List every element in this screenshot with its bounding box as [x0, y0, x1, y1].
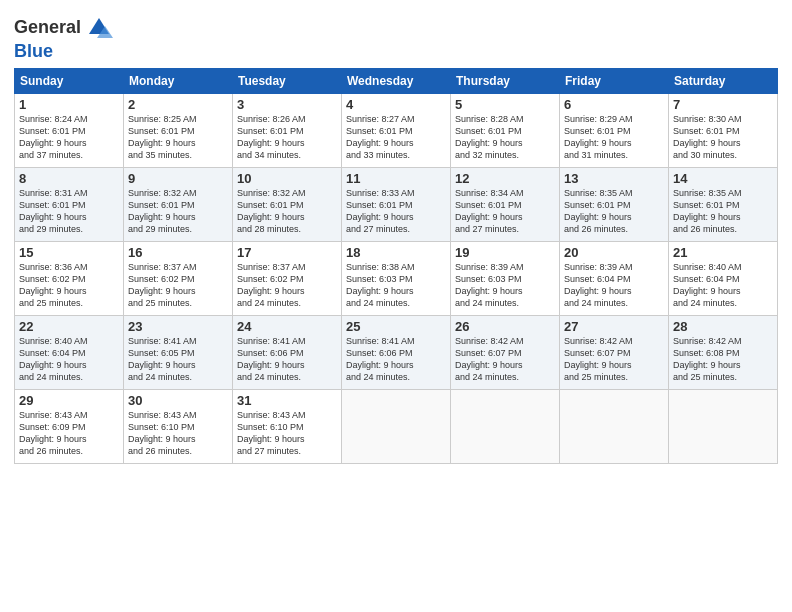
day-cell [342, 389, 451, 463]
day-cell: 23Sunrise: 8:41 AM Sunset: 6:05 PM Dayli… [124, 315, 233, 389]
day-info: Sunrise: 8:24 AM Sunset: 6:01 PM Dayligh… [19, 113, 119, 162]
day-info: Sunrise: 8:38 AM Sunset: 6:03 PM Dayligh… [346, 261, 446, 310]
day-cell: 3Sunrise: 8:26 AM Sunset: 6:01 PM Daylig… [233, 93, 342, 167]
day-cell: 6Sunrise: 8:29 AM Sunset: 6:01 PM Daylig… [560, 93, 669, 167]
day-number: 15 [19, 245, 119, 260]
day-cell: 5Sunrise: 8:28 AM Sunset: 6:01 PM Daylig… [451, 93, 560, 167]
day-number: 12 [455, 171, 555, 186]
day-info: Sunrise: 8:35 AM Sunset: 6:01 PM Dayligh… [564, 187, 664, 236]
day-cell: 8Sunrise: 8:31 AM Sunset: 6:01 PM Daylig… [15, 167, 124, 241]
day-number: 2 [128, 97, 228, 112]
day-cell: 2Sunrise: 8:25 AM Sunset: 6:01 PM Daylig… [124, 93, 233, 167]
day-cell: 7Sunrise: 8:30 AM Sunset: 6:01 PM Daylig… [669, 93, 778, 167]
day-cell: 30Sunrise: 8:43 AM Sunset: 6:10 PM Dayli… [124, 389, 233, 463]
week-row-4: 22Sunrise: 8:40 AM Sunset: 6:04 PM Dayli… [15, 315, 778, 389]
day-info: Sunrise: 8:34 AM Sunset: 6:01 PM Dayligh… [455, 187, 555, 236]
day-info: Sunrise: 8:43 AM Sunset: 6:10 PM Dayligh… [237, 409, 337, 458]
day-number: 16 [128, 245, 228, 260]
day-number: 17 [237, 245, 337, 260]
day-number: 27 [564, 319, 664, 334]
day-info: Sunrise: 8:41 AM Sunset: 6:06 PM Dayligh… [346, 335, 446, 384]
day-cell [669, 389, 778, 463]
day-info: Sunrise: 8:43 AM Sunset: 6:10 PM Dayligh… [128, 409, 228, 458]
logo-text-blue: Blue [14, 41, 53, 61]
day-info: Sunrise: 8:25 AM Sunset: 6:01 PM Dayligh… [128, 113, 228, 162]
day-cell: 21Sunrise: 8:40 AM Sunset: 6:04 PM Dayli… [669, 241, 778, 315]
logo: General Blue [14, 14, 113, 62]
day-info: Sunrise: 8:35 AM Sunset: 6:01 PM Dayligh… [673, 187, 773, 236]
day-number: 29 [19, 393, 119, 408]
day-info: Sunrise: 8:42 AM Sunset: 6:07 PM Dayligh… [455, 335, 555, 384]
day-info: Sunrise: 8:37 AM Sunset: 6:02 PM Dayligh… [237, 261, 337, 310]
day-info: Sunrise: 8:27 AM Sunset: 6:01 PM Dayligh… [346, 113, 446, 162]
day-number: 7 [673, 97, 773, 112]
day-cell: 19Sunrise: 8:39 AM Sunset: 6:03 PM Dayli… [451, 241, 560, 315]
day-number: 6 [564, 97, 664, 112]
day-number: 19 [455, 245, 555, 260]
page: General Blue SundayMondayTuesdayWednesda… [0, 0, 792, 612]
week-row-2: 8Sunrise: 8:31 AM Sunset: 6:01 PM Daylig… [15, 167, 778, 241]
day-number: 11 [346, 171, 446, 186]
day-number: 3 [237, 97, 337, 112]
col-header-monday: Monday [124, 68, 233, 93]
logo-text-general: General [14, 18, 81, 38]
day-number: 24 [237, 319, 337, 334]
day-info: Sunrise: 8:41 AM Sunset: 6:06 PM Dayligh… [237, 335, 337, 384]
col-header-sunday: Sunday [15, 68, 124, 93]
day-number: 14 [673, 171, 773, 186]
day-cell: 9Sunrise: 8:32 AM Sunset: 6:01 PM Daylig… [124, 167, 233, 241]
day-cell: 12Sunrise: 8:34 AM Sunset: 6:01 PM Dayli… [451, 167, 560, 241]
day-info: Sunrise: 8:32 AM Sunset: 6:01 PM Dayligh… [128, 187, 228, 236]
day-cell: 24Sunrise: 8:41 AM Sunset: 6:06 PM Dayli… [233, 315, 342, 389]
col-header-thursday: Thursday [451, 68, 560, 93]
day-cell [451, 389, 560, 463]
week-row-5: 29Sunrise: 8:43 AM Sunset: 6:09 PM Dayli… [15, 389, 778, 463]
day-info: Sunrise: 8:29 AM Sunset: 6:01 PM Dayligh… [564, 113, 664, 162]
logo-icon [85, 14, 113, 42]
day-info: Sunrise: 8:42 AM Sunset: 6:07 PM Dayligh… [564, 335, 664, 384]
header-row: SundayMondayTuesdayWednesdayThursdayFrid… [15, 68, 778, 93]
day-cell [560, 389, 669, 463]
day-cell: 4Sunrise: 8:27 AM Sunset: 6:01 PM Daylig… [342, 93, 451, 167]
day-number: 28 [673, 319, 773, 334]
day-number: 1 [19, 97, 119, 112]
day-number: 5 [455, 97, 555, 112]
day-number: 31 [237, 393, 337, 408]
day-cell: 29Sunrise: 8:43 AM Sunset: 6:09 PM Dayli… [15, 389, 124, 463]
day-cell: 17Sunrise: 8:37 AM Sunset: 6:02 PM Dayli… [233, 241, 342, 315]
day-info: Sunrise: 8:39 AM Sunset: 6:04 PM Dayligh… [564, 261, 664, 310]
day-cell: 10Sunrise: 8:32 AM Sunset: 6:01 PM Dayli… [233, 167, 342, 241]
day-info: Sunrise: 8:42 AM Sunset: 6:08 PM Dayligh… [673, 335, 773, 384]
day-cell: 18Sunrise: 8:38 AM Sunset: 6:03 PM Dayli… [342, 241, 451, 315]
day-number: 26 [455, 319, 555, 334]
day-info: Sunrise: 8:32 AM Sunset: 6:01 PM Dayligh… [237, 187, 337, 236]
day-cell: 26Sunrise: 8:42 AM Sunset: 6:07 PM Dayli… [451, 315, 560, 389]
day-info: Sunrise: 8:36 AM Sunset: 6:02 PM Dayligh… [19, 261, 119, 310]
day-cell: 25Sunrise: 8:41 AM Sunset: 6:06 PM Dayli… [342, 315, 451, 389]
day-info: Sunrise: 8:41 AM Sunset: 6:05 PM Dayligh… [128, 335, 228, 384]
day-number: 25 [346, 319, 446, 334]
day-number: 4 [346, 97, 446, 112]
day-info: Sunrise: 8:26 AM Sunset: 6:01 PM Dayligh… [237, 113, 337, 162]
day-info: Sunrise: 8:33 AM Sunset: 6:01 PM Dayligh… [346, 187, 446, 236]
day-info: Sunrise: 8:40 AM Sunset: 6:04 PM Dayligh… [673, 261, 773, 310]
col-header-tuesday: Tuesday [233, 68, 342, 93]
header: General Blue [14, 10, 778, 62]
day-info: Sunrise: 8:30 AM Sunset: 6:01 PM Dayligh… [673, 113, 773, 162]
day-info: Sunrise: 8:31 AM Sunset: 6:01 PM Dayligh… [19, 187, 119, 236]
day-info: Sunrise: 8:37 AM Sunset: 6:02 PM Dayligh… [128, 261, 228, 310]
day-info: Sunrise: 8:39 AM Sunset: 6:03 PM Dayligh… [455, 261, 555, 310]
day-number: 13 [564, 171, 664, 186]
day-cell: 15Sunrise: 8:36 AM Sunset: 6:02 PM Dayli… [15, 241, 124, 315]
col-header-friday: Friday [560, 68, 669, 93]
col-header-saturday: Saturday [669, 68, 778, 93]
day-number: 30 [128, 393, 228, 408]
day-number: 23 [128, 319, 228, 334]
col-header-wednesday: Wednesday [342, 68, 451, 93]
day-cell: 31Sunrise: 8:43 AM Sunset: 6:10 PM Dayli… [233, 389, 342, 463]
day-cell: 1Sunrise: 8:24 AM Sunset: 6:01 PM Daylig… [15, 93, 124, 167]
day-cell: 14Sunrise: 8:35 AM Sunset: 6:01 PM Dayli… [669, 167, 778, 241]
week-row-3: 15Sunrise: 8:36 AM Sunset: 6:02 PM Dayli… [15, 241, 778, 315]
day-number: 18 [346, 245, 446, 260]
day-number: 9 [128, 171, 228, 186]
